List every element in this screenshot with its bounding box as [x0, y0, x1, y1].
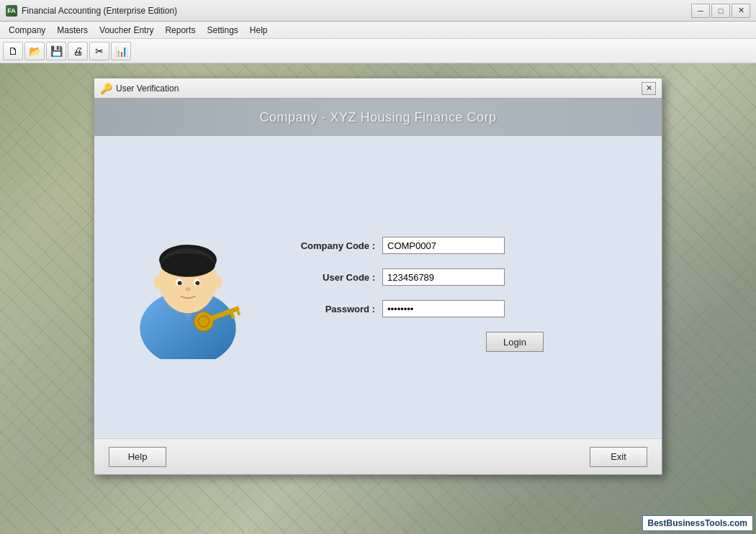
app-close-button[interactable]: ✕: [732, 4, 750, 18]
dialog-company-title: Company - XYZ Housing Finance Corp: [259, 110, 496, 125]
svg-point-10: [185, 287, 191, 291]
menu-item-voucher-entry[interactable]: Voucher Entry: [94, 22, 159, 38]
menu-item-reports[interactable]: Reports: [159, 22, 201, 38]
toolbar-print-button[interactable]: 🖨: [68, 42, 88, 60]
company-code-label: Company Code :: [296, 240, 375, 251]
toolbar-new-button[interactable]: 🗋: [3, 42, 23, 60]
user-code-label: User Code :: [296, 272, 375, 283]
svg-point-9: [195, 281, 199, 285]
minimize-button[interactable]: ─: [691, 4, 710, 18]
dialog-icon: 🔑: [100, 83, 112, 94]
user-avatar-icon: [120, 215, 256, 359]
avatar-area: [109, 215, 267, 359]
user-verification-dialog: 🔑 User Verification ✕ Company - XYZ Hous…: [94, 78, 662, 475]
title-bar: FA Financial Accounting (Enterprise Edit…: [0, 0, 756, 22]
title-bar-left: FA Financial Accounting (Enterprise Edit…: [6, 5, 177, 17]
dialog-footer: Help Exit: [94, 438, 662, 474]
watermark: BestBusinessTools.com: [642, 515, 753, 531]
svg-point-11: [153, 276, 164, 289]
user-code-row: User Code :: [296, 268, 647, 286]
dialog-header-band: Company - XYZ Housing Finance Corp: [94, 99, 662, 136]
app-icon: FA: [6, 5, 17, 17]
svg-point-12: [211, 276, 222, 289]
menu-item-masters[interactable]: Masters: [51, 22, 94, 38]
dialog-title: User Verification: [116, 83, 179, 94]
company-code-input[interactable]: [382, 237, 505, 254]
maximize-button[interactable]: □: [711, 4, 730, 18]
menu-item-settings[interactable]: Settings: [201, 22, 243, 38]
svg-rect-17: [237, 311, 241, 316]
window-controls: ─ □ ✕: [691, 4, 750, 18]
menu-bar: Company Masters Voucher Entry Reports Se…: [0, 22, 756, 39]
user-code-input[interactable]: [382, 268, 505, 286]
company-code-row: Company Code :: [296, 237, 647, 254]
password-label: Password :: [296, 304, 375, 314]
toolbar-open-button[interactable]: 📂: [24, 42, 45, 60]
toolbar-save-button[interactable]: 💾: [46, 42, 66, 60]
exit-button[interactable]: Exit: [590, 447, 647, 467]
menu-item-help[interactable]: Help: [244, 22, 274, 38]
dialog-body: Company Code : User Code : Password : Lo…: [94, 136, 662, 438]
toolbar-delete-button[interactable]: ✂: [89, 42, 109, 60]
login-form: Company Code : User Code : Password : Lo…: [296, 222, 647, 352]
password-input[interactable]: [382, 300, 505, 317]
toolbar-export-button[interactable]: 📊: [111, 42, 131, 60]
dialog-title-left: 🔑 User Verification: [100, 83, 179, 94]
app-title: Financial Accounting (Enterprise Edition…: [22, 6, 177, 16]
menu-item-company[interactable]: Company: [3, 22, 51, 38]
svg-point-8: [178, 281, 182, 285]
help-button[interactable]: Help: [109, 447, 166, 467]
login-button-row: Login: [382, 332, 647, 352]
login-button[interactable]: Login: [486, 332, 544, 352]
toolbar: 🗋 📂 💾 🖨 ✂ 📊: [0, 39, 756, 63]
dialog-title-bar: 🔑 User Verification ✕: [94, 78, 662, 99]
main-area: 🔑 User Verification ✕ Company - XYZ Hous…: [0, 63, 756, 534]
dialog-close-button[interactable]: ✕: [642, 82, 656, 95]
password-row: Password :: [296, 300, 647, 317]
